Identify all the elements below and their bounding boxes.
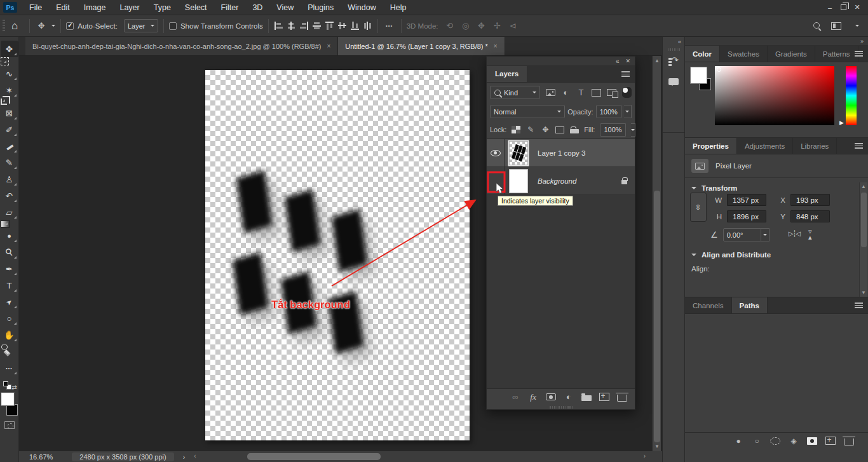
document-canvas[interactable]: Tắt background xyxy=(205,70,470,440)
hue-slider[interactable] xyxy=(846,66,857,125)
gradient-tool[interactable] xyxy=(1,221,10,228)
new-adjustment-layer-icon[interactable]: ◐ xyxy=(564,391,574,404)
link-layers-icon[interactable]: ∞ xyxy=(510,391,520,404)
layer-style-icon[interactable]: fx xyxy=(528,391,538,404)
scroll-down-icon[interactable]: ▼ xyxy=(860,290,867,296)
path-as-selection-icon[interactable] xyxy=(770,437,780,445)
workspace-switcher-icon[interactable] xyxy=(831,22,841,30)
align-section-header[interactable]: Align and Distribute xyxy=(685,251,868,259)
menu-select[interactable]: Select xyxy=(178,0,214,15)
vertical-scrollbar[interactable]: ▲ ▼ xyxy=(652,56,661,451)
transform-section-header[interactable]: Transform xyxy=(685,178,868,192)
align-right-icon[interactable] xyxy=(299,21,309,31)
rectangular-marquee-tool[interactable] xyxy=(1,57,9,65)
horizontal-scrollbar[interactable]: ‹ › xyxy=(185,451,662,462)
filter-kind-dropdown[interactable]: Kind xyxy=(490,86,540,99)
path-selection-tool[interactable]: ➤ xyxy=(1,294,18,310)
blend-mode-dropdown[interactable]: Normal xyxy=(490,105,565,118)
add-layer-mask-icon[interactable] xyxy=(546,393,556,400)
chevron-down-icon[interactable] xyxy=(51,25,55,29)
3d-camera-icon[interactable]: ⊲ xyxy=(507,20,520,32)
clone-stamp-tool[interactable]: ♙ xyxy=(1,171,18,187)
auto-select-checkbox[interactable] xyxy=(66,22,74,30)
hue-slider-marker[interactable]: ▶ xyxy=(839,119,844,126)
blur-tool[interactable]: ● xyxy=(1,228,18,244)
width-field[interactable]: 1357 px xyxy=(727,194,766,206)
color-picker-marker[interactable] xyxy=(717,67,721,72)
comments-icon[interactable] xyxy=(668,78,679,85)
panel-menu-icon[interactable] xyxy=(855,302,863,308)
zoom-level[interactable]: 16.67% xyxy=(29,453,53,461)
x-field[interactable]: 193 px xyxy=(790,194,830,206)
height-field[interactable]: 1896 px xyxy=(727,210,766,222)
frame-tool[interactable]: ⊠ xyxy=(1,105,18,121)
quick-mask-icon[interactable] xyxy=(4,421,15,429)
add-path-mask-icon[interactable] xyxy=(807,437,817,445)
distribute-vertical-icon[interactable] xyxy=(363,21,372,31)
align-bottom-icon[interactable] xyxy=(350,21,360,31)
rotation-angle-field[interactable]: 0.00° xyxy=(723,228,761,241)
tab-color[interactable]: Color xyxy=(685,46,720,62)
filter-adjustment-layers-icon[interactable]: ◐ xyxy=(561,86,571,99)
lock-pixels-icon[interactable]: ✎ xyxy=(526,123,535,136)
fill-field[interactable]: 100% xyxy=(600,123,625,137)
chevron-down-icon[interactable] xyxy=(855,25,859,29)
background-color-swatch[interactable] xyxy=(6,404,18,416)
zoom-tool[interactable] xyxy=(1,343,18,360)
align-top-icon[interactable] xyxy=(325,21,334,31)
scroll-up-icon[interactable]: ▲ xyxy=(653,58,661,64)
document-tab-1[interactable]: Bi-quyet-chup-anh-dep-tai-gia-Nghi-dich-… xyxy=(25,37,338,55)
tab-layers[interactable]: Layers xyxy=(487,66,527,82)
minimize-button[interactable]: – xyxy=(819,0,841,15)
default-colors-icon[interactable] xyxy=(3,381,16,391)
menu-type[interactable]: Type xyxy=(147,0,178,15)
menu-view[interactable]: View xyxy=(269,0,301,15)
3d-pan-icon[interactable]: ✥ xyxy=(475,20,488,32)
foreground-color-swatch[interactable] xyxy=(1,393,14,405)
show-transform-controls-checkbox[interactable] xyxy=(169,22,177,30)
filter-pixel-layers-icon[interactable] xyxy=(546,89,555,96)
layer-row-layer-1-copy-3[interactable]: Layer 1 copy 3 xyxy=(487,139,635,167)
lock-position-icon[interactable]: ✥ xyxy=(541,123,550,136)
scroll-left-icon[interactable]: ‹ xyxy=(194,452,196,459)
distribute-horizontal-icon[interactable] xyxy=(312,21,322,31)
new-layer-icon[interactable] xyxy=(599,393,609,401)
y-field[interactable]: 848 px xyxy=(790,210,830,222)
lasso-tool[interactable]: ∿ xyxy=(1,65,18,82)
lock-all-icon[interactable] xyxy=(570,129,579,133)
foreground-color-swatch[interactable] xyxy=(691,67,707,83)
align-middle-icon[interactable] xyxy=(337,21,347,31)
move-tool[interactable]: ✥ xyxy=(1,41,18,57)
menu-help[interactable]: Help xyxy=(383,0,414,15)
tab-patterns[interactable]: Patterns xyxy=(815,46,858,62)
brush-tool[interactable]: ✎ xyxy=(1,154,18,171)
document-tab-2-active[interactable]: Untitled-1 @ 16.7% (Layer 1 copy 3, RGB/… xyxy=(338,37,505,55)
foreground-background-swatches[interactable] xyxy=(1,393,18,416)
opacity-spinner[interactable] xyxy=(624,105,632,118)
stroke-path-icon[interactable]: ○ xyxy=(752,435,762,447)
eyedropper-tool[interactable]: ✐ xyxy=(1,121,18,138)
panel-menu-icon[interactable] xyxy=(855,51,863,57)
tab-properties[interactable]: Properties xyxy=(685,138,737,154)
layer-row-background[interactable]: Background xyxy=(487,167,635,195)
lock-artboard-icon[interactable] xyxy=(555,126,564,133)
filter-shape-layers-icon[interactable] xyxy=(592,89,601,97)
close-icon[interactable]: × xyxy=(494,43,498,50)
angle-spinner[interactable] xyxy=(761,228,770,241)
menu-3d[interactable]: 3D xyxy=(245,0,269,15)
foreground-background-swatches[interactable] xyxy=(691,67,712,93)
fill-spinner[interactable] xyxy=(631,123,635,137)
vertical-scrollbar-thumb[interactable] xyxy=(654,191,660,442)
history-brush-tool[interactable]: ↶ xyxy=(1,187,18,204)
horizontal-scrollbar-thumb[interactable] xyxy=(247,453,381,460)
dodge-tool[interactable]: ⚲ xyxy=(1,244,18,261)
link-dimensions-icon[interactable]: ∞ xyxy=(690,193,707,222)
ellipse-tool[interactable]: ○ xyxy=(1,310,18,327)
align-center-horizontal-icon[interactable] xyxy=(287,21,296,31)
align-left-icon[interactable] xyxy=(274,21,283,31)
filter-type-layers-icon[interactable]: T xyxy=(576,86,586,99)
options-grip[interactable] xyxy=(3,20,5,32)
menu-image[interactable]: Image xyxy=(77,0,113,15)
layer-visibility-toggle[interactable] xyxy=(487,167,505,194)
scroll-right-icon[interactable]: › xyxy=(644,452,646,459)
